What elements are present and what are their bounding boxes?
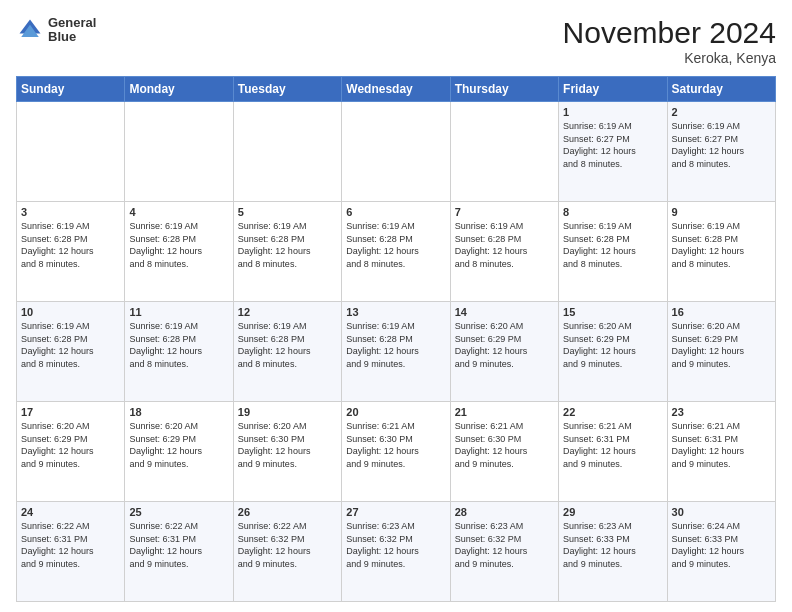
day-info: Sunrise: 6:19 AM Sunset: 6:28 PM Dayligh…: [238, 220, 337, 270]
calendar-header-friday: Friday: [559, 77, 667, 102]
day-number: 25: [129, 506, 228, 518]
day-info: Sunrise: 6:20 AM Sunset: 6:29 PM Dayligh…: [455, 320, 554, 370]
calendar-week-row: 3Sunrise: 6:19 AM Sunset: 6:28 PM Daylig…: [17, 202, 776, 302]
calendar-header-row: SundayMondayTuesdayWednesdayThursdayFrid…: [17, 77, 776, 102]
calendar-cell: 21Sunrise: 6:21 AM Sunset: 6:30 PM Dayli…: [450, 402, 558, 502]
calendar-cell: 18Sunrise: 6:20 AM Sunset: 6:29 PM Dayli…: [125, 402, 233, 502]
day-number: 12: [238, 306, 337, 318]
calendar-header-tuesday: Tuesday: [233, 77, 341, 102]
day-number: 18: [129, 406, 228, 418]
day-number: 30: [672, 506, 771, 518]
day-number: 17: [21, 406, 120, 418]
calendar-cell: 16Sunrise: 6:20 AM Sunset: 6:29 PM Dayli…: [667, 302, 775, 402]
day-info: Sunrise: 6:19 AM Sunset: 6:28 PM Dayligh…: [129, 320, 228, 370]
day-info: Sunrise: 6:19 AM Sunset: 6:28 PM Dayligh…: [563, 220, 662, 270]
calendar: SundayMondayTuesdayWednesdayThursdayFrid…: [16, 76, 776, 602]
calendar-cell: [342, 102, 450, 202]
day-info: Sunrise: 6:20 AM Sunset: 6:29 PM Dayligh…: [129, 420, 228, 470]
day-info: Sunrise: 6:20 AM Sunset: 6:30 PM Dayligh…: [238, 420, 337, 470]
day-number: 20: [346, 406, 445, 418]
calendar-cell: 29Sunrise: 6:23 AM Sunset: 6:33 PM Dayli…: [559, 502, 667, 602]
location: Keroka, Kenya: [563, 50, 776, 66]
day-info: Sunrise: 6:23 AM Sunset: 6:33 PM Dayligh…: [563, 520, 662, 570]
day-info: Sunrise: 6:19 AM Sunset: 6:28 PM Dayligh…: [346, 320, 445, 370]
month-title: November 2024: [563, 16, 776, 50]
calendar-cell: 22Sunrise: 6:21 AM Sunset: 6:31 PM Dayli…: [559, 402, 667, 502]
calendar-header-wednesday: Wednesday: [342, 77, 450, 102]
calendar-cell: [17, 102, 125, 202]
calendar-cell: 26Sunrise: 6:22 AM Sunset: 6:32 PM Dayli…: [233, 502, 341, 602]
day-number: 2: [672, 106, 771, 118]
day-info: Sunrise: 6:21 AM Sunset: 6:31 PM Dayligh…: [563, 420, 662, 470]
day-info: Sunrise: 6:21 AM Sunset: 6:30 PM Dayligh…: [346, 420, 445, 470]
day-number: 23: [672, 406, 771, 418]
calendar-cell: 5Sunrise: 6:19 AM Sunset: 6:28 PM Daylig…: [233, 202, 341, 302]
calendar-header-sunday: Sunday: [17, 77, 125, 102]
calendar-cell: 27Sunrise: 6:23 AM Sunset: 6:32 PM Dayli…: [342, 502, 450, 602]
calendar-cell: 24Sunrise: 6:22 AM Sunset: 6:31 PM Dayli…: [17, 502, 125, 602]
day-info: Sunrise: 6:19 AM Sunset: 6:28 PM Dayligh…: [129, 220, 228, 270]
day-number: 8: [563, 206, 662, 218]
day-info: Sunrise: 6:20 AM Sunset: 6:29 PM Dayligh…: [672, 320, 771, 370]
day-info: Sunrise: 6:23 AM Sunset: 6:32 PM Dayligh…: [346, 520, 445, 570]
day-number: 24: [21, 506, 120, 518]
calendar-cell: 15Sunrise: 6:20 AM Sunset: 6:29 PM Dayli…: [559, 302, 667, 402]
calendar-cell: 1Sunrise: 6:19 AM Sunset: 6:27 PM Daylig…: [559, 102, 667, 202]
calendar-cell: 6Sunrise: 6:19 AM Sunset: 6:28 PM Daylig…: [342, 202, 450, 302]
day-number: 4: [129, 206, 228, 218]
day-info: Sunrise: 6:22 AM Sunset: 6:32 PM Dayligh…: [238, 520, 337, 570]
calendar-cell: 28Sunrise: 6:23 AM Sunset: 6:32 PM Dayli…: [450, 502, 558, 602]
calendar-header-monday: Monday: [125, 77, 233, 102]
calendar-week-row: 17Sunrise: 6:20 AM Sunset: 6:29 PM Dayli…: [17, 402, 776, 502]
day-number: 22: [563, 406, 662, 418]
day-number: 29: [563, 506, 662, 518]
calendar-header-thursday: Thursday: [450, 77, 558, 102]
logo-line2: Blue: [48, 30, 96, 44]
day-info: Sunrise: 6:21 AM Sunset: 6:31 PM Dayligh…: [672, 420, 771, 470]
calendar-cell: 2Sunrise: 6:19 AM Sunset: 6:27 PM Daylig…: [667, 102, 775, 202]
day-info: Sunrise: 6:24 AM Sunset: 6:33 PM Dayligh…: [672, 520, 771, 570]
day-number: 21: [455, 406, 554, 418]
day-number: 13: [346, 306, 445, 318]
day-info: Sunrise: 6:19 AM Sunset: 6:28 PM Dayligh…: [672, 220, 771, 270]
logo-line1: General: [48, 16, 96, 30]
day-info: Sunrise: 6:19 AM Sunset: 6:28 PM Dayligh…: [21, 320, 120, 370]
calendar-cell: [125, 102, 233, 202]
day-info: Sunrise: 6:19 AM Sunset: 6:28 PM Dayligh…: [238, 320, 337, 370]
day-info: Sunrise: 6:20 AM Sunset: 6:29 PM Dayligh…: [21, 420, 120, 470]
day-number: 1: [563, 106, 662, 118]
day-info: Sunrise: 6:22 AM Sunset: 6:31 PM Dayligh…: [129, 520, 228, 570]
day-info: Sunrise: 6:23 AM Sunset: 6:32 PM Dayligh…: [455, 520, 554, 570]
day-number: 15: [563, 306, 662, 318]
day-number: 3: [21, 206, 120, 218]
day-number: 11: [129, 306, 228, 318]
calendar-header-saturday: Saturday: [667, 77, 775, 102]
header: General Blue November 2024 Keroka, Kenya: [16, 16, 776, 66]
calendar-cell: 10Sunrise: 6:19 AM Sunset: 6:28 PM Dayli…: [17, 302, 125, 402]
calendar-cell: 9Sunrise: 6:19 AM Sunset: 6:28 PM Daylig…: [667, 202, 775, 302]
calendar-cell: 19Sunrise: 6:20 AM Sunset: 6:30 PM Dayli…: [233, 402, 341, 502]
day-number: 19: [238, 406, 337, 418]
calendar-cell: 20Sunrise: 6:21 AM Sunset: 6:30 PM Dayli…: [342, 402, 450, 502]
day-number: 26: [238, 506, 337, 518]
day-info: Sunrise: 6:19 AM Sunset: 6:27 PM Dayligh…: [672, 120, 771, 170]
calendar-cell: [450, 102, 558, 202]
calendar-cell: 25Sunrise: 6:22 AM Sunset: 6:31 PM Dayli…: [125, 502, 233, 602]
calendar-cell: 14Sunrise: 6:20 AM Sunset: 6:29 PM Dayli…: [450, 302, 558, 402]
day-info: Sunrise: 6:19 AM Sunset: 6:28 PM Dayligh…: [455, 220, 554, 270]
page: General Blue November 2024 Keroka, Kenya…: [0, 0, 792, 612]
calendar-cell: 3Sunrise: 6:19 AM Sunset: 6:28 PM Daylig…: [17, 202, 125, 302]
title-block: November 2024 Keroka, Kenya: [563, 16, 776, 66]
calendar-cell: 13Sunrise: 6:19 AM Sunset: 6:28 PM Dayli…: [342, 302, 450, 402]
day-number: 5: [238, 206, 337, 218]
day-number: 16: [672, 306, 771, 318]
day-info: Sunrise: 6:21 AM Sunset: 6:30 PM Dayligh…: [455, 420, 554, 470]
day-number: 10: [21, 306, 120, 318]
calendar-week-row: 10Sunrise: 6:19 AM Sunset: 6:28 PM Dayli…: [17, 302, 776, 402]
day-number: 28: [455, 506, 554, 518]
calendar-cell: 17Sunrise: 6:20 AM Sunset: 6:29 PM Dayli…: [17, 402, 125, 502]
calendar-cell: 12Sunrise: 6:19 AM Sunset: 6:28 PM Dayli…: [233, 302, 341, 402]
calendar-cell: 4Sunrise: 6:19 AM Sunset: 6:28 PM Daylig…: [125, 202, 233, 302]
calendar-cell: 30Sunrise: 6:24 AM Sunset: 6:33 PM Dayli…: [667, 502, 775, 602]
day-info: Sunrise: 6:19 AM Sunset: 6:28 PM Dayligh…: [346, 220, 445, 270]
